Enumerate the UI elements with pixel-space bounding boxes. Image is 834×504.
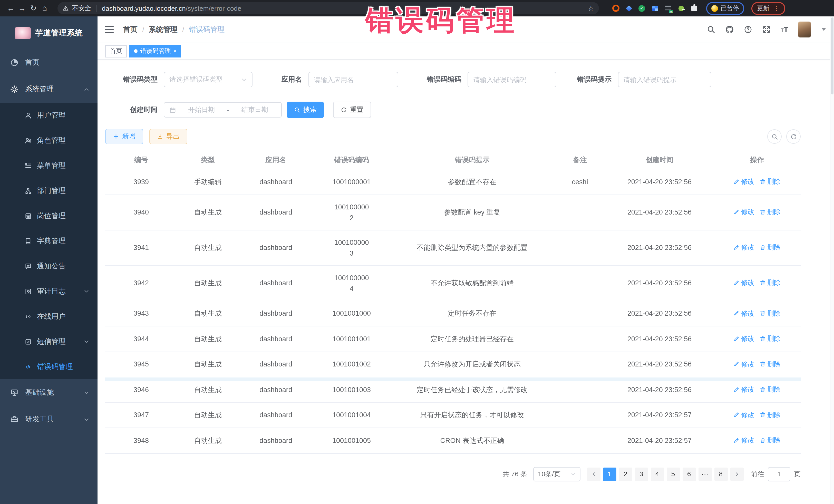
sidebar-item-用户管理[interactable]: 用户管理 [0, 103, 97, 128]
cell-code: 1001001001 [313, 326, 390, 352]
browser-update-button[interactable]: 更新 ⋮ [751, 2, 785, 15]
delete-link[interactable]: 删除 [760, 176, 781, 187]
sidebar-item-短信管理[interactable]: 短信管理 [0, 329, 97, 354]
delete-link[interactable]: 删除 [760, 278, 781, 288]
date-range-picker[interactable]: 开始日期 - 结束日期 [164, 102, 282, 117]
edit-icon [733, 244, 740, 250]
tag-label: 首页 [110, 47, 122, 56]
add-button[interactable]: 新增 [105, 129, 143, 144]
edit-link[interactable]: 修改 [733, 242, 754, 253]
edit-link[interactable]: 修改 [733, 409, 754, 420]
prev-page-button[interactable] [587, 467, 600, 481]
sidebar-item-系统管理[interactable]: 系统管理 [0, 76, 97, 103]
delete-link[interactable]: 删除 [760, 409, 781, 420]
scrollbar[interactable] [830, 17, 834, 504]
tag-错误码管理[interactable]: 错误码管理× [129, 45, 181, 57]
delete-link[interactable]: 删除 [760, 435, 781, 445]
github-icon[interactable] [725, 25, 734, 34]
edit-link[interactable]: 修改 [733, 435, 754, 445]
reset-button[interactable]: 重置 [333, 102, 371, 118]
app-logo[interactable]: 芋道管理系统 [0, 17, 97, 49]
home-icon[interactable]: ⌂ [39, 0, 50, 17]
dark-list-extension-icon[interactable]: on [665, 5, 671, 11]
forward-icon[interactable]: → [17, 0, 28, 17]
sidebar-item-研发工具[interactable]: 研发工具 [0, 406, 97, 433]
delete-link[interactable]: 删除 [760, 358, 781, 369]
page-button-2[interactable]: 2 [619, 467, 632, 481]
toggle-search-button[interactable] [767, 129, 782, 144]
goto-page-input[interactable] [768, 467, 790, 481]
edit-link[interactable]: 修改 [733, 333, 754, 344]
scrollbar-thumb[interactable] [831, 18, 833, 94]
page-button-3[interactable]: 3 [635, 467, 648, 481]
puzzle-extension-icon[interactable] [691, 5, 697, 11]
sidebar-item-在线用户[interactable]: 在线用户 [0, 304, 97, 329]
sidebar-item-审计日志[interactable]: 审计日志 [0, 279, 97, 304]
blue-gem-extension-icon[interactable] [626, 5, 632, 11]
blue-grid-extension-icon[interactable] [652, 5, 658, 11]
page-button-8[interactable]: 8 [714, 467, 727, 481]
sidebar-item-基础设施[interactable]: 基础设施 [0, 379, 97, 406]
hamburger-icon[interactable] [105, 26, 114, 34]
table-row: 3943自动生成dashboard1001001000定时任务不存在2021-0… [105, 301, 800, 326]
bookmark-star-icon[interactable]: ☆ [588, 4, 594, 12]
page-button-6[interactable]: 6 [682, 467, 696, 481]
sidebar-item-首页[interactable]: 首页 [0, 49, 97, 76]
close-icon[interactable]: × [174, 48, 177, 54]
help-icon[interactable] [744, 25, 753, 34]
error-type-select[interactable]: 请选择错误码类型 [164, 72, 253, 87]
breadcrumb-item[interactable]: 首页 [123, 25, 137, 34]
cell-hint: 只允许修改为开启或者关闭状态 [390, 352, 554, 377]
edit-link[interactable]: 修改 [733, 176, 754, 187]
error-code-input[interactable] [467, 72, 556, 87]
edit-link[interactable]: 修改 [733, 206, 754, 217]
reload-icon[interactable]: ↻ [28, 0, 39, 17]
page-button-4[interactable]: 4 [651, 467, 664, 481]
avatar[interactable] [798, 22, 811, 38]
app-name-input[interactable] [308, 72, 398, 87]
sidebar-item-通知公告[interactable]: 通知公告 [0, 254, 97, 279]
profile-paused-chip[interactable]: 已暂停 [706, 2, 744, 15]
orange-ring-extension-icon[interactable] [612, 5, 619, 12]
security-label[interactable]: 不安全 [72, 4, 91, 13]
sidebar-item-角色管理[interactable]: 角色管理 [0, 128, 97, 153]
export-button[interactable]: 导出 [149, 129, 187, 144]
breadcrumb-item[interactable]: 系统管理 [149, 25, 178, 34]
edit-link[interactable]: 修改 [733, 278, 754, 288]
sidebar-item-岗位管理[interactable]: 岗位管理 [0, 203, 97, 228]
delete-link[interactable]: 删除 [760, 384, 781, 395]
audit-icon [25, 288, 32, 295]
page-button-5[interactable]: 5 [666, 467, 680, 481]
edit-link[interactable]: 修改 [733, 384, 754, 395]
trash-icon [760, 386, 766, 392]
edit-link[interactable]: 修改 [733, 308, 754, 319]
sidebar-item-字典管理[interactable]: 字典管理 [0, 228, 97, 254]
app-title: 芋道管理系统 [35, 28, 83, 38]
cell-id: 3945 [105, 352, 177, 377]
next-page-button[interactable] [730, 467, 743, 481]
page-button-1[interactable]: 1 [603, 467, 616, 481]
search-button[interactable]: 搜索 [287, 102, 324, 118]
fullscreen-icon[interactable] [762, 25, 771, 34]
refresh-table-button[interactable] [786, 129, 800, 144]
green-check-extension-icon[interactable]: ✓ [638, 5, 645, 12]
address-bar[interactable]: 不安全 dashboard.yudao.iocoder.cn/system/er… [58, 2, 599, 14]
tag-首页[interactable]: 首页 [105, 45, 127, 57]
kebab-menu-icon[interactable]: ⋮ [773, 6, 780, 11]
green-key-extension-icon[interactable] [679, 5, 684, 11]
delete-link[interactable]: 删除 [760, 206, 781, 217]
font-size-icon[interactable]: TT [781, 26, 788, 34]
page-button-···[interactable]: ··· [698, 467, 711, 481]
edit-link[interactable]: 修改 [733, 358, 754, 369]
page-size-select[interactable]: 10条/页 [533, 467, 580, 481]
delete-link[interactable]: 删除 [760, 333, 781, 344]
caret-down-icon[interactable] [822, 28, 826, 31]
error-hint-input[interactable] [618, 72, 711, 87]
sidebar-item-错误码管理[interactable]: 错误码管理 [0, 354, 97, 379]
search-icon[interactable] [707, 25, 716, 34]
sidebar-item-菜单管理[interactable]: 菜单管理 [0, 153, 97, 178]
delete-link[interactable]: 删除 [760, 242, 781, 253]
sidebar-item-部门管理[interactable]: 部门管理 [0, 178, 97, 203]
delete-link[interactable]: 删除 [760, 308, 781, 319]
back-icon[interactable]: ← [5, 0, 17, 17]
